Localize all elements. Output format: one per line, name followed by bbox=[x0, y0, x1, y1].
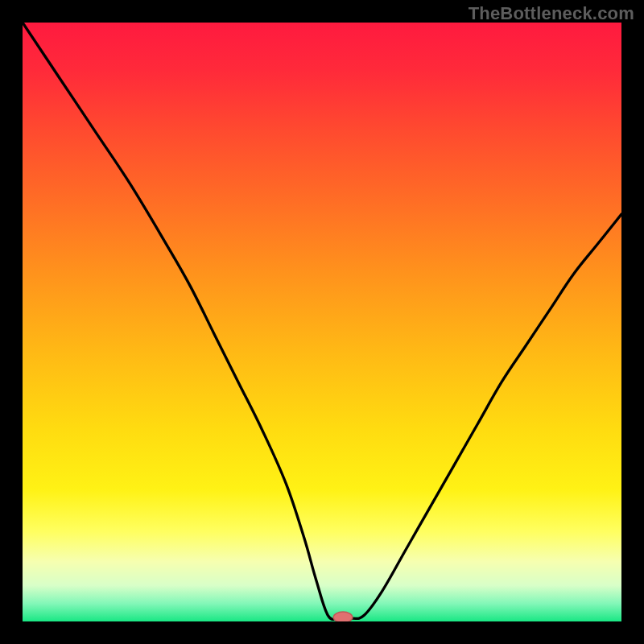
watermark-text: TheBottleneck.com bbox=[469, 3, 634, 24]
plot-area bbox=[23, 23, 621, 621]
bottleneck-chart-svg bbox=[23, 23, 621, 621]
optimal-point-marker bbox=[333, 612, 353, 621]
chart-frame: TheBottleneck.com bbox=[0, 0, 644, 644]
gradient-rect bbox=[23, 23, 621, 621]
